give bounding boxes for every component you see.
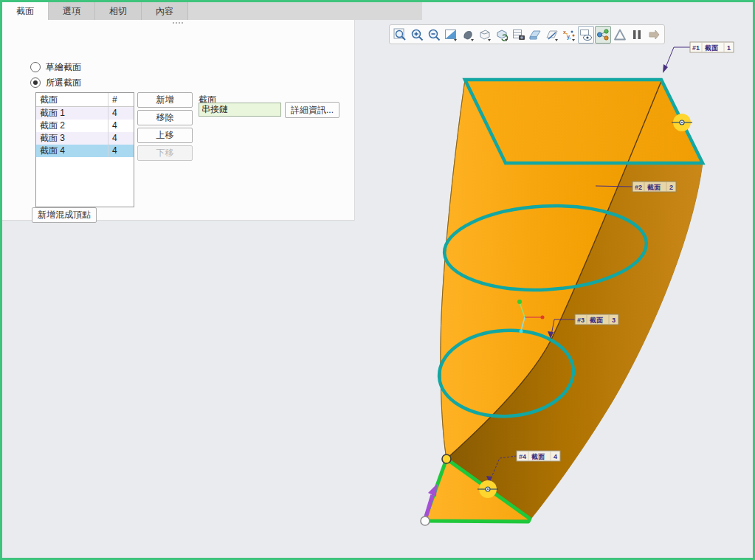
leader-1: [666, 47, 690, 67]
table-row[interactable]: 截面 1 4: [36, 107, 134, 120]
tab-options[interactable]: 選項: [49, 2, 95, 20]
shading-mode-icon[interactable]: [460, 26, 476, 44]
table-row[interactable]: 截面 3 4: [36, 132, 134, 145]
origin-vertex-point[interactable]: [421, 516, 430, 525]
column-header-section: 截面: [36, 93, 108, 106]
add-section-button[interactable]: 新增: [137, 92, 193, 108]
verify-icon[interactable]: [612, 26, 628, 44]
annotation-label-4[interactable]: #4 截面 4: [517, 451, 560, 461]
graphics-toolbar: x,y,: [389, 24, 665, 44]
svg-text:截面: 截面: [589, 317, 603, 324]
annotation-label-1[interactable]: #1 截面 1: [690, 42, 734, 52]
sections-panel: 草繪截面 所選截面 截面 # 截面 1 4 截面 2 4 截面 3 4 截面 4…: [2, 20, 355, 221]
add-blend-vertex-button[interactable]: 新增混成頂點: [32, 207, 97, 223]
svg-text:2: 2: [669, 184, 673, 191]
remove-section-button[interactable]: 移除: [137, 110, 193, 125]
zoom-out-icon[interactable]: [426, 26, 442, 44]
svg-text:截面: 截面: [647, 184, 661, 191]
sections-table: 截面 # 截面 1 4 截面 2 4 截面 3 4 截面 4 4: [35, 92, 134, 207]
svg-text:4: 4: [554, 453, 557, 460]
table-row[interactable]: 截面 2 4: [36, 120, 134, 132]
pause-icon[interactable]: [629, 26, 645, 44]
svg-text:1: 1: [727, 44, 731, 52]
chain-input[interactable]: [199, 103, 281, 117]
move-down-button[interactable]: 下移: [137, 145, 193, 161]
move-up-button[interactable]: 上移: [137, 128, 193, 143]
sections-table-header: 截面 #: [36, 93, 134, 107]
svg-text:#4: #4: [519, 453, 526, 460]
annotation-label-2[interactable]: #2 截面 2: [632, 182, 676, 192]
leader-1-arrowhead: [663, 64, 668, 73]
saved-orientations-icon[interactable]: [494, 26, 510, 44]
start-vertex-point[interactable]: [442, 454, 451, 463]
annotation-label-3[interactable]: #3 截面 3: [575, 314, 618, 325]
svg-text:#1: #1: [692, 44, 700, 52]
svg-text:截面: 截面: [704, 44, 718, 52]
tab-tangency[interactable]: 相切: [95, 2, 142, 20]
annotation-display-icon[interactable]: [544, 26, 560, 44]
svg-text:3: 3: [612, 317, 616, 324]
resume-icon[interactable]: [646, 26, 662, 44]
repaint-icon[interactable]: [443, 26, 459, 44]
datum-tag-display-icon[interactable]: x,y,: [561, 26, 577, 44]
svg-text:截面: 截面: [531, 453, 545, 460]
table-row-selected[interactable]: 截面 4 4: [36, 145, 134, 157]
selected-section-radio[interactable]: [30, 77, 41, 88]
column-header-count: #: [108, 93, 134, 106]
panel-drag-handle[interactable]: [173, 22, 187, 25]
dependencies-icon[interactable]: [595, 26, 611, 44]
dashboard-tab-strip: 截面 選項 相切 內容: [2, 2, 422, 20]
svg-text:#2: #2: [635, 184, 642, 191]
tab-properties[interactable]: 內容: [142, 2, 188, 20]
view-manager-icon[interactable]: [511, 26, 527, 44]
sketched-section-label: 草繪截面: [46, 61, 81, 74]
zoom-in-icon[interactable]: [409, 26, 425, 44]
svg-text:#3: #3: [577, 317, 585, 324]
dragger-display-icon[interactable]: [578, 26, 594, 44]
sketched-section-radio[interactable]: [30, 62, 41, 72]
datum-display-icon[interactable]: [528, 26, 544, 44]
svg-text:y,: y,: [567, 34, 570, 40]
tab-sections[interactable]: 截面: [2, 2, 49, 20]
details-button[interactable]: 詳細資訊...: [285, 102, 339, 118]
display-style-icon[interactable]: [477, 26, 493, 44]
refit-icon[interactable]: [392, 26, 408, 44]
selected-section-label: 所選截面: [46, 77, 81, 89]
